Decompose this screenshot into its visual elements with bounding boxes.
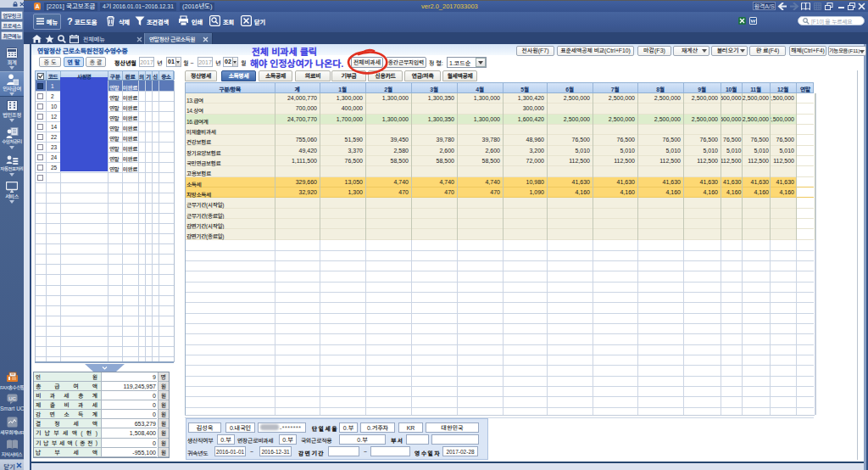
- svg-text:UC: UC: [8, 396, 16, 401]
